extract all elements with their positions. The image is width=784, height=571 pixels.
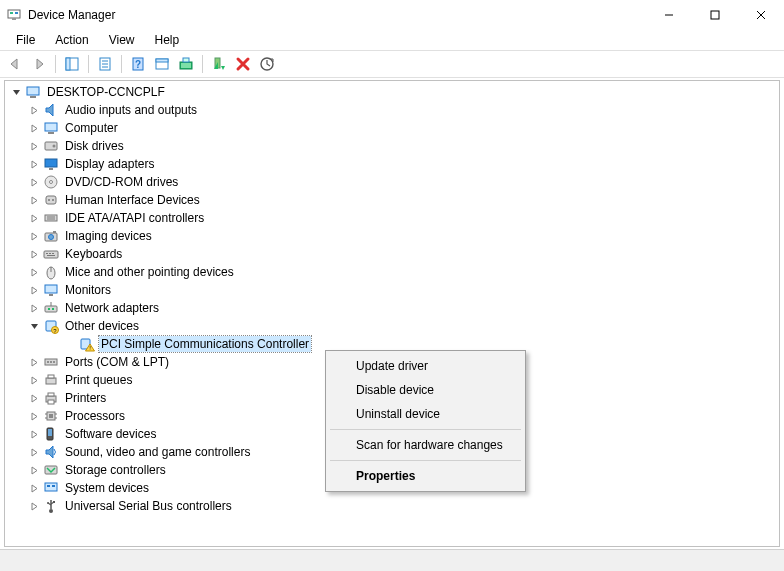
- maximize-button[interactable]: [692, 0, 738, 30]
- software-icon: [43, 426, 59, 442]
- expander-icon[interactable]: [27, 301, 41, 315]
- svg-rect-52: [48, 308, 50, 310]
- ctx-update-driver[interactable]: Update driver: [328, 354, 523, 378]
- svg-rect-65: [48, 375, 54, 378]
- svg-point-61: [47, 361, 49, 363]
- scan-hardware-button[interactable]: [256, 53, 278, 75]
- tree-item-dvd-cd-rom-drives[interactable]: DVD/CD-ROM drives: [9, 173, 775, 191]
- svg-rect-30: [49, 168, 53, 170]
- tree-item-computer[interactable]: Computer: [9, 119, 775, 137]
- uninstall-device-button[interactable]: [232, 53, 254, 75]
- tree-item-imaging-devices[interactable]: Imaging devices: [9, 227, 775, 245]
- expander-icon[interactable]: [27, 355, 41, 369]
- menu-action[interactable]: Action: [47, 31, 96, 49]
- help-button[interactable]: ?: [127, 53, 149, 75]
- expander-icon[interactable]: [27, 427, 41, 441]
- expander-icon[interactable]: [27, 481, 41, 495]
- expander-icon[interactable]: [27, 373, 41, 387]
- expander-icon[interactable]: [27, 247, 41, 261]
- tree-item-human-interface-devices[interactable]: Human Interface Devices: [9, 191, 775, 209]
- context-menu: Update driver Disable device Uninstall d…: [325, 350, 526, 492]
- svg-rect-17: [156, 59, 168, 62]
- svg-rect-41: [53, 231, 56, 233]
- tree-item-label: Processors: [63, 408, 127, 424]
- close-button[interactable]: [738, 0, 784, 30]
- tree-item-root[interactable]: DESKTOP-CCNCPLF: [9, 83, 775, 101]
- expander-icon[interactable]: [27, 121, 41, 135]
- expander-icon[interactable]: [9, 85, 23, 99]
- tree-item-label: Universal Serial Bus controllers: [63, 498, 234, 514]
- svg-rect-68: [48, 400, 54, 404]
- expander-icon[interactable]: [27, 103, 41, 117]
- expander-icon[interactable]: [27, 229, 41, 243]
- ide-icon: [43, 210, 59, 226]
- storage-icon: [43, 462, 59, 478]
- cpu-icon: [43, 408, 59, 424]
- tree-item-label: Printers: [63, 390, 108, 406]
- svg-rect-43: [46, 253, 48, 254]
- tree-item-monitors[interactable]: Monitors: [9, 281, 775, 299]
- tree-item-mice-and-other-pointing-devices[interactable]: Mice and other pointing devices: [9, 263, 775, 281]
- svg-rect-0: [8, 10, 20, 18]
- statusbar: [0, 549, 784, 571]
- properties-button[interactable]: [94, 53, 116, 75]
- tree-item-other-devices[interactable]: ?Other devices: [9, 317, 775, 335]
- update-driver-button[interactable]: [175, 53, 197, 75]
- back-button[interactable]: [4, 53, 26, 75]
- ctx-separator: [330, 429, 521, 430]
- ctx-scan-hardware[interactable]: Scan for hardware changes: [328, 433, 523, 457]
- expander-icon[interactable]: [27, 391, 41, 405]
- app-icon: [6, 7, 22, 23]
- tree-item-audio-inputs-and-outputs[interactable]: Audio inputs and outputs: [9, 101, 775, 119]
- expander-icon[interactable]: [27, 319, 41, 333]
- expander-icon[interactable]: [27, 193, 41, 207]
- svg-rect-1: [10, 12, 13, 14]
- svg-rect-76: [48, 429, 52, 436]
- tree-item-disk-drives[interactable]: Disk drives: [9, 137, 775, 155]
- menu-file[interactable]: File: [8, 31, 43, 49]
- svg-rect-53: [52, 308, 54, 310]
- svg-rect-20: [183, 58, 189, 62]
- expander-icon[interactable]: [27, 445, 41, 459]
- expander-icon[interactable]: [27, 175, 41, 189]
- tree-item-label: DESKTOP-CCNCPLF: [45, 84, 167, 100]
- menu-help[interactable]: Help: [147, 31, 188, 49]
- svg-rect-78: [45, 483, 57, 491]
- svg-point-34: [48, 199, 50, 201]
- expander-icon[interactable]: [27, 409, 41, 423]
- tree-item-label: Imaging devices: [63, 228, 154, 244]
- svg-rect-70: [49, 414, 53, 418]
- tree-item-ide-ata-atapi-controllers[interactable]: IDE ATA/ATAPI controllers: [9, 209, 775, 227]
- tree-item-universal-serial-bus-controllers[interactable]: Universal Serial Bus controllers: [9, 497, 775, 515]
- svg-point-62: [50, 361, 52, 363]
- system-icon: [43, 480, 59, 496]
- tree-item-keyboards[interactable]: Keyboards: [9, 245, 775, 263]
- action-button[interactable]: [151, 53, 173, 75]
- dvd-icon: [43, 174, 59, 190]
- root-icon: [25, 84, 41, 100]
- ctx-properties[interactable]: Properties: [328, 464, 523, 488]
- menubar: File Action View Help: [0, 30, 784, 50]
- expander-icon[interactable]: [27, 211, 41, 225]
- ctx-uninstall-device[interactable]: Uninstall device: [328, 402, 523, 426]
- minimize-button[interactable]: [646, 0, 692, 30]
- expander-icon[interactable]: [27, 139, 41, 153]
- tree-item-label: Print queues: [63, 372, 134, 388]
- expander-icon[interactable]: [27, 463, 41, 477]
- forward-button[interactable]: [28, 53, 50, 75]
- tree-item-display-adapters[interactable]: Display adapters: [9, 155, 775, 173]
- ctx-disable-device[interactable]: Disable device: [328, 378, 523, 402]
- show-hide-tree-button[interactable]: [61, 53, 83, 75]
- tree-item-label: Storage controllers: [63, 462, 168, 478]
- expander-icon[interactable]: [27, 499, 41, 513]
- svg-rect-2: [15, 12, 18, 14]
- menu-view[interactable]: View: [101, 31, 143, 49]
- tree-item-label: Monitors: [63, 282, 113, 298]
- expander-icon[interactable]: [27, 283, 41, 297]
- expander-icon[interactable]: [27, 157, 41, 171]
- svg-rect-46: [47, 255, 55, 256]
- tree-item-network-adapters[interactable]: Network adapters: [9, 299, 775, 317]
- tree-item-label: System devices: [63, 480, 151, 496]
- enable-device-button[interactable]: [208, 53, 230, 75]
- expander-icon[interactable]: [27, 265, 41, 279]
